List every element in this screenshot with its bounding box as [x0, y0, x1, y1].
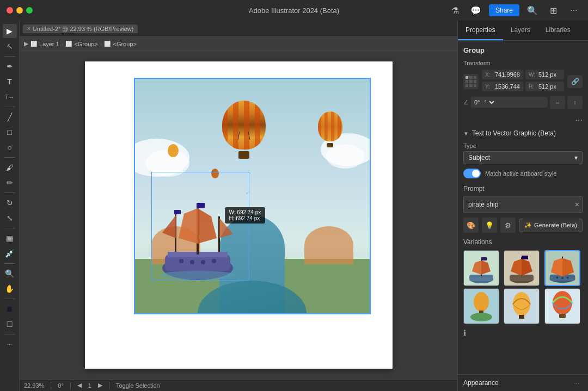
type-select[interactable]: Subject ▾ [463, 151, 583, 164]
tool-separator-4 [4, 193, 15, 193]
canvas-page: ↔ W: 692.74 px H: 692.74 px [85, 61, 393, 369]
w-field[interactable]: W: 512 px [525, 70, 564, 79]
svg-rect-30 [522, 256, 528, 259]
selection-box [151, 172, 249, 281]
prompt-input-wrap: × [463, 196, 583, 213]
nav-forward[interactable]: ▶ [98, 382, 102, 389]
brush-tool[interactable]: 🖌 [3, 160, 17, 175]
right-panel: Properties Layers Libraries Group Transf… [457, 21, 588, 391]
breadcrumb-layer[interactable]: Layer 1 [39, 41, 59, 47]
panel-more-icon[interactable]: ··· [571, 377, 583, 389]
x-field[interactable]: X: 741.9968 [482, 70, 523, 79]
variation-6-svg [545, 289, 580, 324]
nav-back[interactable]: ◀ [77, 382, 82, 389]
panel-content: Group Transform X: 741.9 [458, 41, 588, 374]
t2v-header[interactable]: ▼ Text to Vector Graphic (Beta) [463, 129, 583, 137]
direct-select-tool[interactable]: ↖ [3, 39, 17, 53]
type-label: Type [463, 142, 583, 149]
anchor-grid[interactable] [463, 74, 479, 89]
tab-properties[interactable]: Properties [458, 21, 503, 40]
y-label: Y: [485, 84, 493, 90]
select-tool[interactable]: ▶ [3, 24, 17, 38]
canvas-wrapper[interactable]: ↔ W: 692.74 px H: 692.74 px [20, 51, 457, 379]
grid-icon[interactable]: ⊞ [546, 3, 561, 18]
appearance-label: Appearance [463, 379, 568, 387]
variation-4[interactable] [463, 288, 499, 324]
more-tools[interactable]: ··· [3, 337, 17, 351]
match-style-toggle[interactable] [463, 169, 481, 178]
tab-layers[interactable]: Layers [503, 21, 538, 40]
tab-close-icon[interactable]: × [27, 26, 30, 32]
eyedropper-tool[interactable]: 💉 [3, 246, 17, 260]
status-sep-1 [51, 382, 51, 389]
variation-5[interactable] [504, 288, 540, 324]
fill-color[interactable]: ■ [3, 302, 17, 316]
generate-button[interactable]: ✨ Generate (Beta) [519, 219, 583, 232]
share-button[interactable]: Share [489, 4, 519, 16]
balloon-small-right [318, 111, 342, 147]
tab-label: Untitled-2* @ 22.93 % (RGB/Preview) [33, 26, 133, 32]
flip-h-icon[interactable]: ↔ [550, 96, 565, 109]
variation-3[interactable] [544, 250, 580, 286]
zoom-level[interactable]: 22.93% [24, 382, 44, 389]
size-tooltip: W: 692.74 px H: 692.74 px [225, 207, 266, 224]
search-icon[interactable]: 🔍 [525, 3, 540, 18]
tooltip-width: W: 692.74 px [229, 209, 261, 215]
variation-2[interactable] [504, 250, 540, 286]
flask-icon[interactable]: ⚗ [448, 3, 463, 18]
toggle-row: Match active artboard style [463, 169, 583, 178]
chevron-down-icon: ▾ [574, 154, 578, 162]
type-tool[interactable]: T [3, 75, 17, 89]
rotate-tool[interactable]: ↻ [3, 196, 17, 210]
breadcrumb-group1[interactable]: <Group> [74, 41, 97, 47]
more-icon[interactable]: ··· [566, 3, 581, 18]
scale-tool[interactable]: ⤡ [3, 211, 17, 225]
maximize-button[interactable] [26, 7, 33, 14]
flip-v-icon[interactable]: ↕ [567, 96, 583, 109]
y-field[interactable]: Y: 1536.744 [482, 82, 523, 91]
title-bar: Adobe Illustrator 2024 (Beta) ⚗ 💬 Share … [0, 0, 588, 21]
more-options[interactable]: ··· [463, 115, 583, 125]
variation-6[interactable] [544, 288, 580, 324]
close-button[interactable] [7, 7, 13, 14]
prompt-input[interactable] [463, 196, 583, 213]
bulb-icon[interactable]: 💡 [482, 218, 497, 233]
balloon-tiny-left [168, 144, 179, 157]
breadcrumb-icon-1: ⬜ [65, 41, 72, 47]
chat-icon[interactable]: 💬 [468, 3, 483, 18]
generate-label: Generate (Beta) [534, 222, 577, 228]
info-icon[interactable]: ℹ [463, 328, 466, 337]
rotation-angle[interactable]: 0° [58, 382, 64, 389]
h-field[interactable]: H: 512 px [525, 82, 564, 91]
svg-point-46 [513, 292, 530, 316]
style-icon[interactable]: 🎨 [463, 218, 479, 233]
rotate-field[interactable]: 0° ° [471, 97, 548, 108]
cloud-right-2 [326, 144, 364, 169]
variation-1-svg [464, 251, 499, 286]
breadcrumb-sep-2: › [100, 41, 102, 47]
x-label: X: [485, 72, 493, 78]
gradient-tool[interactable]: ▤ [3, 231, 17, 245]
zoom-tool[interactable]: 🔍 [3, 266, 17, 281]
pen-tool[interactable]: ✒ [3, 59, 17, 73]
hand-tool[interactable]: ✋ [3, 282, 17, 296]
document-tab[interactable]: × Untitled-2* @ 22.93 % (RGB/Preview) [23, 24, 138, 33]
breadcrumb-group2[interactable]: <Group> [113, 41, 136, 47]
rotate-dropdown[interactable]: ° [482, 98, 496, 106]
stroke-color[interactable]: □ [3, 317, 17, 331]
settings-icon[interactable]: ⚙ [500, 218, 516, 233]
tool-separator-8 [4, 334, 15, 334]
balloon-small-stripe [318, 111, 342, 141]
tab-libraries[interactable]: Libraries [538, 21, 578, 40]
ellipse-tool[interactable]: ○ [3, 140, 17, 154]
link-icon[interactable]: 🔗 [567, 75, 583, 88]
clear-prompt-icon[interactable]: × [575, 200, 579, 209]
pencil-tool[interactable]: ✏ [3, 176, 17, 190]
breadcrumb-icon-2: ⬜ [104, 41, 111, 47]
minimize-button[interactable] [16, 7, 23, 14]
rect-tool[interactable]: □ [3, 125, 17, 139]
variation-1[interactable] [463, 250, 499, 286]
line-tool[interactable]: ╱ [3, 110, 17, 124]
svg-point-43 [470, 313, 492, 321]
touch-type-tool[interactable]: T↔ [3, 90, 17, 104]
